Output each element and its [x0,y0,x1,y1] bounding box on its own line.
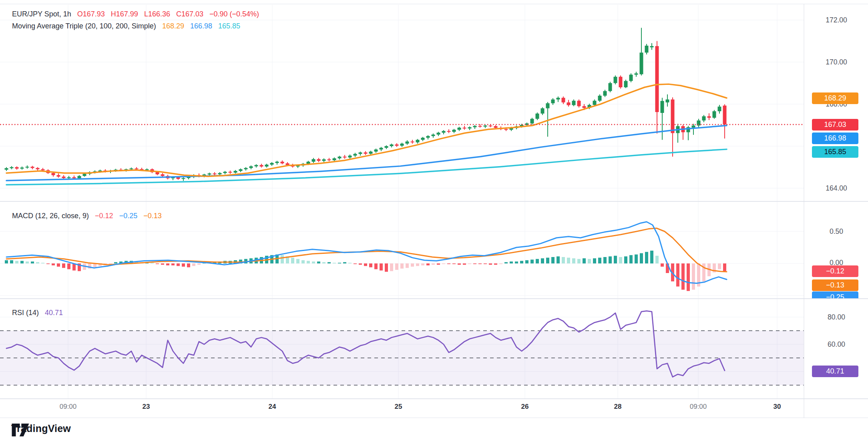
candlestick [36,168,40,169]
candlestick [583,106,586,108]
candlestick [437,133,440,135]
candlestick [421,138,425,140]
candlestick [593,101,597,105]
candlestick [265,165,269,167]
candlestick [78,176,81,179]
time-axis-time-label: 09:00 [690,403,707,411]
candlestick [629,75,633,81]
candlestick [624,81,628,87]
symbol-title[interactable]: EUR/JPY Spot, 1h [12,10,71,18]
rsi-value: 40.71 [45,309,63,317]
time-axis-date-label: 24 [269,403,276,411]
candlestick [541,108,545,114]
candlestick [713,111,716,118]
candlestick [692,126,695,128]
candlestick [20,168,24,169]
candlestick [426,136,430,138]
time-axis-date-label: 28 [614,403,622,411]
candlestick [161,174,165,176]
candlestick [406,141,409,143]
candlestick [655,46,659,112]
candlestick [707,116,711,118]
candlestick [364,153,368,154]
candlestick [603,91,607,96]
ohlc-high: H167.99 [111,10,138,18]
candlestick [645,46,649,52]
candlestick [489,126,492,127]
candlestick [416,140,420,142]
candlestick [614,77,617,83]
ma20-value: 168.29 [162,22,184,30]
candlestick [473,126,477,127]
candlestick [369,152,373,154]
axis-value-badge: 167.03 [812,119,858,131]
candlestick [275,162,279,163]
candlestick [494,126,498,128]
candlestick [145,169,149,170]
candlestick [322,159,326,161]
candlestick [723,106,727,125]
candlestick [307,162,310,164]
ma-indicator-title[interactable]: Moving Average Triple (20, 100, 200, Sim… [12,22,156,30]
candlestick [130,169,133,169]
candlestick [380,148,383,149]
candlestick [374,149,378,151]
candlestick [557,98,560,99]
axis-value-badge: 165.85 [812,146,858,158]
tradingview-chart-window: EUR/JPY Spot, 1h O167.93 H167.99 L166.36… [0,0,868,446]
candlestick [598,96,602,101]
axis-price-label: 172.00 [812,16,861,24]
time-axis-date-label: 25 [395,403,402,411]
candlestick [577,101,581,106]
candlestick [671,99,675,133]
ma200-value: 165.85 [218,22,240,30]
candlestick [458,128,461,130]
candlestick [223,172,227,173]
price-change: −0.90 (−0.54%) [209,10,259,18]
candlestick [229,172,232,173]
axis-price-label: 80.00 [812,313,861,321]
candlestick [640,52,643,74]
candlestick [354,154,357,155]
candlestick [343,157,347,157]
candlestick [718,106,721,111]
candlestick [463,128,466,129]
candlestick [213,173,217,174]
candlestick [317,159,321,161]
candlestick [395,145,399,146]
candlestick [244,168,248,169]
candlestick [567,102,571,105]
candlestick [572,101,576,105]
macd-signal-value: −0.13 [143,212,162,220]
candlestick [468,127,472,129]
candlestick [390,145,394,146]
rsi-title[interactable]: RSI (14) [12,309,39,317]
candlestick [239,169,243,171]
ohlc-close: C167.03 [176,10,203,18]
candlestick [156,172,159,174]
candlestick [15,167,19,169]
candlestick [452,130,456,132]
candlestick [10,167,14,169]
candlestick [72,177,76,179]
candlestick [661,101,664,113]
ohlc-low: L166.36 [144,10,170,18]
axis-price-label: 164.00 [812,184,861,193]
candlestick [41,169,45,171]
candlestick [26,167,29,167]
candlestick [333,158,336,160]
candlestick [650,46,654,47]
axis-price-label: 60.00 [812,340,861,349]
tradingview-logo-link[interactable]: TradingView [11,423,71,434]
axis-price-label: 170.00 [812,58,861,66]
candlestick [255,165,258,166]
macd-hist-value: −0.12 [95,212,113,220]
candlestick [400,144,404,146]
candlestick [619,77,623,87]
candlestick [260,165,263,167]
candlestick [432,135,435,136]
macd-title[interactable]: MACD (12, 26, close, 9) [12,212,89,220]
candlestick [5,168,8,170]
candlestick [702,116,706,121]
axis-value-badge: 168.29 [812,92,858,104]
